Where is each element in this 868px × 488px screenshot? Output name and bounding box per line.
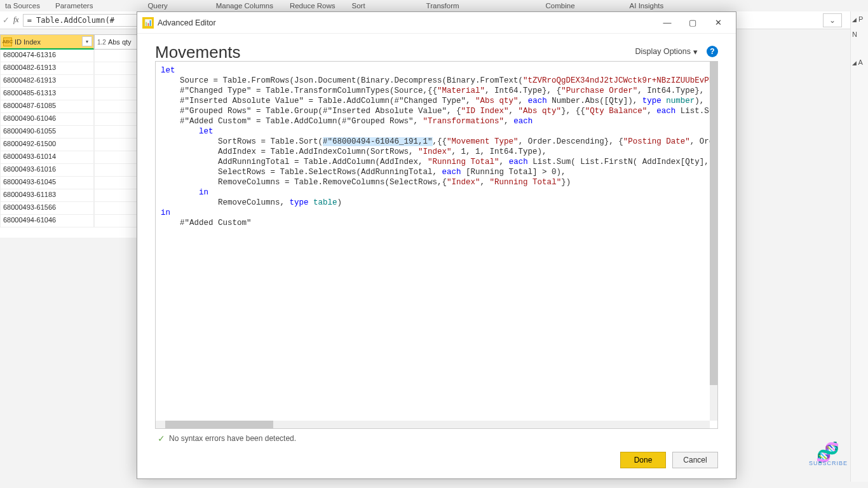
cell[interactable] bbox=[94, 126, 137, 139]
cell[interactable] bbox=[94, 113, 137, 126]
panel-label: A bbox=[858, 58, 862, 66]
chevron-down-icon: ▾ bbox=[693, 47, 698, 57]
column-label: ID Index bbox=[15, 38, 41, 46]
cell[interactable] bbox=[94, 50, 137, 62]
vertical-scrollbar[interactable] bbox=[710, 62, 717, 421]
type-number-icon: 1.2 bbox=[97, 39, 106, 46]
cell[interactable]: 68000493-61045 bbox=[0, 177, 94, 189]
cell[interactable] bbox=[94, 189, 137, 202]
cell[interactable] bbox=[94, 62, 137, 75]
ribbon-tab[interactable]: Combine bbox=[541, 2, 580, 10]
code-editor[interactable]: let Source = Table.FromRows(Json.Documen… bbox=[155, 61, 718, 429]
status-text: No syntax errors have been detected. bbox=[169, 434, 296, 443]
apply-icon[interactable]: ✓ bbox=[3, 15, 10, 25]
cell[interactable]: 68000490-61055 bbox=[0, 126, 94, 139]
cell[interactable]: 68000493-61016 bbox=[0, 164, 94, 177]
status-bar: ✓ No syntax errors have been detected. bbox=[155, 429, 718, 445]
cell[interactable] bbox=[94, 75, 137, 88]
close-button[interactable]: ✕ bbox=[705, 14, 731, 32]
check-icon: ✓ bbox=[158, 433, 165, 444]
cell[interactable]: 68000485-61313 bbox=[0, 88, 94, 100]
ribbon-tab[interactable]: Sort bbox=[346, 2, 370, 10]
ribbon-tab[interactable]: Reduce Rows bbox=[285, 2, 341, 10]
titlebar: 📊 Advanced Editor — ▢ ✕ bbox=[137, 12, 736, 34]
type-text-icon: ABC bbox=[3, 37, 12, 46]
right-panel: ◢ P N ◢ A bbox=[850, 11, 868, 482]
help-icon[interactable]: ? bbox=[707, 46, 718, 57]
panel-label: N bbox=[852, 29, 867, 39]
cell[interactable] bbox=[94, 151, 137, 164]
formula-dropdown[interactable]: ⌄ bbox=[823, 13, 842, 27]
dna-icon: 🧬 bbox=[809, 445, 848, 460]
cell[interactable]: 68000482-61913 bbox=[0, 75, 94, 88]
column-dropdown-icon[interactable]: ▾ bbox=[82, 36, 92, 46]
cell[interactable]: 68000493-61014 bbox=[0, 151, 94, 164]
fx-label: fx bbox=[13, 15, 19, 25]
ribbon-tab[interactable]: AI Insights bbox=[625, 2, 669, 10]
cell[interactable]: 68000487-61085 bbox=[0, 100, 94, 113]
display-options-label: Display Options bbox=[635, 47, 691, 56]
display-options-dropdown[interactable]: Display Options ▾ bbox=[635, 47, 698, 57]
cell[interactable]: 68000494-61046 bbox=[0, 215, 94, 227]
column-header-id-index[interactable]: ABC ID Index ▾ bbox=[0, 34, 94, 50]
ribbon-tab[interactable]: Transform bbox=[421, 2, 465, 10]
subscribe-label: SUBSCRIBE bbox=[809, 460, 848, 466]
panel-label: P bbox=[858, 15, 863, 23]
cell[interactable]: 68000482-61913 bbox=[0, 62, 94, 75]
cell[interactable] bbox=[94, 215, 137, 227]
subscribe-watermark: 🧬 SUBSCRIBE bbox=[809, 445, 848, 466]
minimize-button[interactable]: — bbox=[654, 14, 680, 32]
ribbon-tab[interactable]: Manage Columns bbox=[211, 2, 278, 10]
cell[interactable]: 68000474-61316 bbox=[0, 50, 94, 62]
ribbon-tab[interactable]: Parameters bbox=[50, 2, 98, 10]
scrollbar-thumb[interactable] bbox=[165, 421, 273, 428]
advanced-editor-dialog: 📊 Advanced Editor — ▢ ✕ Movements Displa… bbox=[137, 11, 736, 479]
cell[interactable] bbox=[94, 177, 137, 189]
column-header-abs-qty[interactable]: 1.2 Abs qty bbox=[94, 34, 137, 50]
scrollbar-thumb[interactable] bbox=[710, 62, 717, 385]
maximize-button[interactable]: ▢ bbox=[680, 14, 705, 32]
data-grid: ABC ID Index ▾ 1.2 Abs qty 68000474-6131… bbox=[0, 34, 140, 238]
ribbon-tab[interactable]: ta Sources bbox=[0, 2, 45, 10]
done-button[interactable]: Done bbox=[620, 452, 666, 468]
code-content[interactable]: let Source = Table.FromRows(Json.Documen… bbox=[156, 62, 710, 421]
cell[interactable] bbox=[94, 100, 137, 113]
app-icon: 📊 bbox=[142, 17, 154, 29]
cell[interactable] bbox=[94, 202, 137, 215]
cell[interactable] bbox=[94, 164, 137, 177]
cell[interactable]: 68000493-61183 bbox=[0, 189, 94, 202]
cell[interactable]: 68000492-61500 bbox=[0, 139, 94, 151]
horizontal-scrollbar[interactable] bbox=[156, 421, 710, 428]
cancel-button[interactable]: Cancel bbox=[672, 452, 718, 468]
cell[interactable]: 68000493-61566 bbox=[0, 202, 94, 215]
cell[interactable] bbox=[94, 139, 137, 151]
ribbon-tabs: ta Sources Parameters Query Manage Colum… bbox=[0, 0, 868, 11]
dialog-title: Advanced Editor bbox=[158, 18, 216, 27]
cell[interactable]: 68000490-61046 bbox=[0, 113, 94, 126]
cell[interactable] bbox=[94, 88, 137, 100]
ribbon-tab[interactable]: Query bbox=[142, 2, 172, 10]
formula-input[interactable]: = Table.AddColumn(# bbox=[23, 14, 150, 27]
column-label: Abs qty bbox=[108, 38, 132, 46]
